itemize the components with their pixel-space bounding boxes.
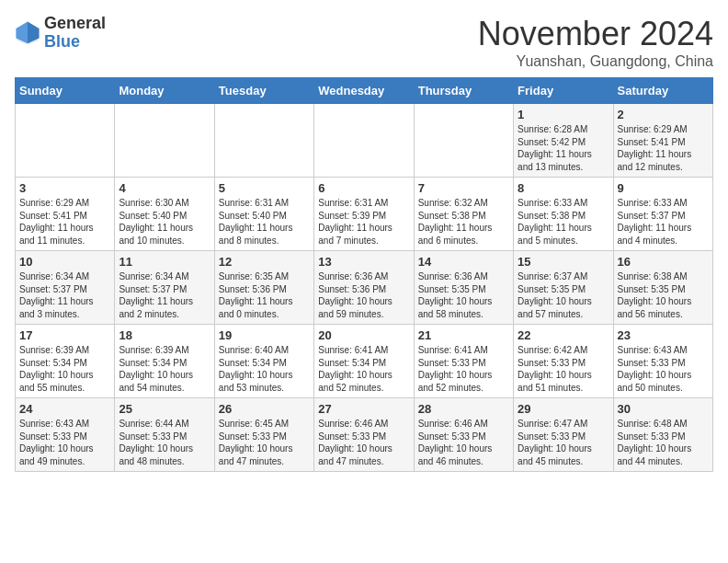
calendar-cell: 16Sunrise: 6:38 AMSunset: 5:35 PMDayligh…	[613, 251, 712, 325]
day-number: 26	[219, 402, 310, 416]
day-number: 11	[119, 255, 210, 269]
day-number: 13	[318, 255, 409, 269]
col-tuesday: Tuesday	[214, 78, 313, 104]
day-info: Sunrise: 6:37 AMSunset: 5:35 PMDaylight:…	[518, 270, 609, 320]
col-saturday: Saturday	[613, 78, 712, 104]
day-info: Sunrise: 6:31 AMSunset: 5:39 PMDaylight:…	[318, 197, 409, 247]
day-info: Sunrise: 6:46 AMSunset: 5:33 PMDaylight:…	[418, 418, 509, 467]
calendar-cell: 12Sunrise: 6:35 AMSunset: 5:36 PMDayligh…	[214, 251, 313, 325]
day-info: Sunrise: 6:36 AMSunset: 5:36 PMDaylight:…	[318, 270, 409, 320]
day-info: Sunrise: 6:39 AMSunset: 5:34 PMDaylight:…	[119, 344, 210, 394]
day-number: 10	[19, 255, 110, 269]
calendar-cell: 30Sunrise: 6:48 AMSunset: 5:33 PMDayligh…	[613, 398, 712, 472]
day-number: 19	[219, 328, 310, 342]
day-info: Sunrise: 6:39 AMSunset: 5:34 PMDaylight:…	[19, 344, 110, 394]
logo-icon	[15, 20, 40, 46]
logo: General Blue	[15, 15, 106, 52]
col-sunday: Sunday	[16, 78, 115, 104]
title-area: November 2024 Yuanshan, Guangdong, China	[478, 15, 713, 70]
calendar-cell: 20Sunrise: 6:41 AMSunset: 5:34 PMDayligh…	[314, 325, 414, 398]
calendar-header: Sunday Monday Tuesday Wednesday Thursday…	[16, 78, 713, 104]
logo-blue: Blue	[44, 33, 106, 52]
day-number: 22	[518, 328, 609, 342]
header-row: Sunday Monday Tuesday Wednesday Thursday…	[16, 78, 713, 104]
day-info: Sunrise: 6:47 AMSunset: 5:33 PMDaylight:…	[518, 418, 609, 467]
day-info: Sunrise: 6:28 AMSunset: 5:42 PMDaylight:…	[518, 123, 609, 173]
calendar-cell: 29Sunrise: 6:47 AMSunset: 5:33 PMDayligh…	[514, 398, 613, 472]
calendar-cell	[16, 104, 115, 178]
day-info: Sunrise: 6:41 AMSunset: 5:33 PMDaylight:…	[418, 344, 509, 394]
header: General Blue November 2024 Yuanshan, Gua…	[15, 15, 713, 70]
day-number: 8	[518, 181, 609, 195]
calendar-cell: 3Sunrise: 6:29 AMSunset: 5:41 PMDaylight…	[16, 178, 115, 251]
logo-general: General	[44, 15, 106, 33]
calendar-cell: 2Sunrise: 6:29 AMSunset: 5:41 PMDaylight…	[613, 104, 712, 178]
day-number: 1	[518, 108, 609, 121]
calendar-week-3: 10Sunrise: 6:34 AMSunset: 5:37 PMDayligh…	[16, 251, 713, 325]
calendar-cell: 6Sunrise: 6:31 AMSunset: 5:39 PMDaylight…	[314, 178, 414, 251]
calendar-cell: 14Sunrise: 6:36 AMSunset: 5:35 PMDayligh…	[414, 251, 513, 325]
day-number: 29	[518, 402, 609, 416]
calendar-cell: 25Sunrise: 6:44 AMSunset: 5:33 PMDayligh…	[115, 398, 214, 472]
day-info: Sunrise: 6:32 AMSunset: 5:38 PMDaylight:…	[418, 197, 509, 247]
day-info: Sunrise: 6:42 AMSunset: 5:33 PMDaylight:…	[518, 344, 609, 394]
calendar-cell: 22Sunrise: 6:42 AMSunset: 5:33 PMDayligh…	[514, 325, 613, 398]
day-number: 20	[318, 328, 409, 342]
col-thursday: Thursday	[414, 78, 513, 104]
calendar-cell: 19Sunrise: 6:40 AMSunset: 5:34 PMDayligh…	[214, 325, 313, 398]
calendar-cell: 4Sunrise: 6:30 AMSunset: 5:40 PMDaylight…	[115, 178, 214, 251]
day-info: Sunrise: 6:46 AMSunset: 5:33 PMDaylight:…	[318, 418, 409, 467]
day-info: Sunrise: 6:45 AMSunset: 5:33 PMDaylight:…	[219, 418, 310, 467]
day-number: 3	[19, 181, 110, 195]
calendar-cell: 15Sunrise: 6:37 AMSunset: 5:35 PMDayligh…	[514, 251, 613, 325]
calendar-cell: 13Sunrise: 6:36 AMSunset: 5:36 PMDayligh…	[314, 251, 414, 325]
calendar-cell: 23Sunrise: 6:43 AMSunset: 5:33 PMDayligh…	[613, 325, 712, 398]
day-number: 17	[19, 328, 110, 342]
col-friday: Friday	[514, 78, 613, 104]
calendar-cell: 7Sunrise: 6:32 AMSunset: 5:38 PMDaylight…	[414, 178, 513, 251]
day-number: 9	[618, 181, 709, 195]
calendar-week-2: 3Sunrise: 6:29 AMSunset: 5:41 PMDaylight…	[16, 178, 713, 251]
day-number: 28	[418, 402, 509, 416]
day-number: 27	[318, 402, 409, 416]
day-number: 24	[19, 402, 110, 416]
calendar-cell: 1Sunrise: 6:28 AMSunset: 5:42 PMDaylight…	[514, 104, 613, 178]
day-number: 18	[119, 328, 210, 342]
day-number: 23	[618, 328, 709, 342]
day-number: 5	[219, 181, 310, 195]
day-info: Sunrise: 6:41 AMSunset: 5:34 PMDaylight:…	[318, 344, 409, 394]
calendar-week-1: 1Sunrise: 6:28 AMSunset: 5:42 PMDaylight…	[16, 104, 713, 178]
day-number: 21	[418, 328, 509, 342]
calendar-cell	[214, 104, 313, 178]
day-number: 6	[318, 181, 409, 195]
day-info: Sunrise: 6:35 AMSunset: 5:36 PMDaylight:…	[219, 270, 310, 320]
day-info: Sunrise: 6:29 AMSunset: 5:41 PMDaylight:…	[618, 123, 709, 173]
day-number: 4	[119, 181, 210, 195]
day-info: Sunrise: 6:31 AMSunset: 5:40 PMDaylight:…	[219, 197, 310, 247]
day-number: 2	[618, 108, 709, 121]
col-monday: Monday	[115, 78, 214, 104]
calendar-cell: 10Sunrise: 6:34 AMSunset: 5:37 PMDayligh…	[16, 251, 115, 325]
day-number: 7	[418, 181, 509, 195]
day-number: 30	[618, 402, 709, 416]
calendar-cell: 24Sunrise: 6:43 AMSunset: 5:33 PMDayligh…	[16, 398, 115, 472]
day-info: Sunrise: 6:33 AMSunset: 5:37 PMDaylight:…	[618, 197, 709, 247]
calendar-cell: 26Sunrise: 6:45 AMSunset: 5:33 PMDayligh…	[214, 398, 313, 472]
day-info: Sunrise: 6:40 AMSunset: 5:34 PMDaylight:…	[219, 344, 310, 394]
location: Yuanshan, Guangdong, China	[478, 53, 713, 70]
day-info: Sunrise: 6:44 AMSunset: 5:33 PMDaylight:…	[119, 418, 210, 467]
day-number: 16	[618, 255, 709, 269]
day-info: Sunrise: 6:36 AMSunset: 5:35 PMDaylight:…	[418, 270, 509, 320]
month-title: November 2024	[478, 15, 713, 53]
day-info: Sunrise: 6:30 AMSunset: 5:40 PMDaylight:…	[119, 197, 210, 247]
day-info: Sunrise: 6:38 AMSunset: 5:35 PMDaylight:…	[618, 270, 709, 320]
calendar-cell: 9Sunrise: 6:33 AMSunset: 5:37 PMDaylight…	[613, 178, 712, 251]
calendar-cell: 21Sunrise: 6:41 AMSunset: 5:33 PMDayligh…	[414, 325, 513, 398]
calendar-week-5: 24Sunrise: 6:43 AMSunset: 5:33 PMDayligh…	[16, 398, 713, 472]
calendar-cell: 18Sunrise: 6:39 AMSunset: 5:34 PMDayligh…	[115, 325, 214, 398]
calendar-cell: 8Sunrise: 6:33 AMSunset: 5:38 PMDaylight…	[514, 178, 613, 251]
calendar-cell: 27Sunrise: 6:46 AMSunset: 5:33 PMDayligh…	[314, 398, 414, 472]
day-info: Sunrise: 6:34 AMSunset: 5:37 PMDaylight:…	[19, 270, 110, 320]
day-number: 15	[518, 255, 609, 269]
day-info: Sunrise: 6:43 AMSunset: 5:33 PMDaylight:…	[618, 344, 709, 394]
